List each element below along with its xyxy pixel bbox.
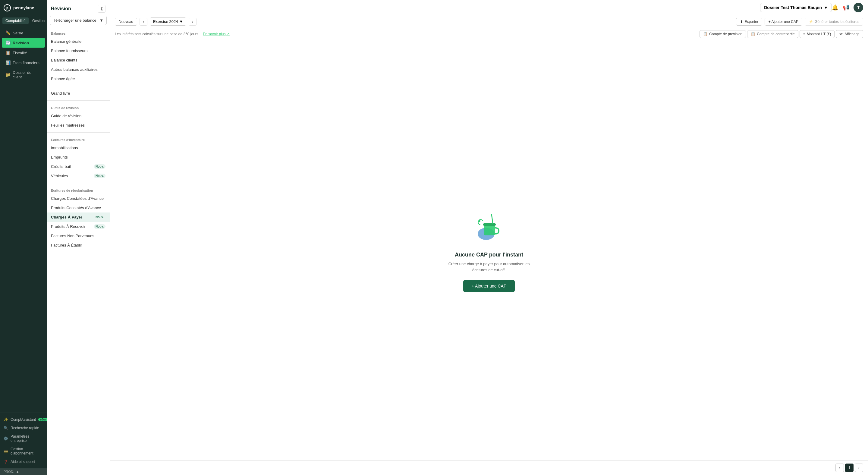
- panel-item-guide-revision[interactable]: Guide de révision: [47, 111, 110, 121]
- sidebar-item-comp-assistant[interactable]: ✨ ComptAssistant Bêta: [0, 415, 47, 424]
- parametres-label: Paramètres entreprise: [10, 434, 43, 443]
- panel-item-vehicules[interactable]: Véhicules Nouv.: [47, 171, 110, 181]
- etats-financiers-icon: 📊: [5, 60, 10, 65]
- sidebar-item-label-dossier: Dossier du client: [13, 70, 41, 79]
- compte-contrepartie-filter[interactable]: 📋 Compte de contrepartie: [747, 30, 798, 38]
- dossier-selector[interactable]: Dossier Test Thomas Baupin ▼: [760, 3, 832, 12]
- charges-constatees-label: Charges Constatées d'Avance: [51, 196, 104, 201]
- section-title-regularisation: Écritures de régularisation: [47, 186, 110, 194]
- comp-assistant-icon: ✨: [4, 417, 8, 422]
- page-1-button[interactable]: 1: [845, 464, 854, 472]
- provision-icon: 📋: [703, 32, 708, 36]
- dropdown-arrow-icon: ▼: [99, 18, 103, 23]
- panel-item-charges-a-payer[interactable]: Charges À Payer Nouv.: [47, 213, 110, 222]
- sidebar-item-recherche[interactable]: 🔍 Recherche rapide: [0, 424, 47, 432]
- generer-ecritures-label: Générer toutes les écritures: [815, 20, 859, 24]
- content-area: Aucune CAP pour l'instant Créer une char…: [110, 40, 868, 460]
- produits-a-recevoir-badge: Nouv.: [94, 224, 105, 229]
- sidebar-tab-gestion[interactable]: Gestion: [29, 18, 48, 24]
- recherche-icon: 🔍: [4, 426, 8, 430]
- sidebar-bottom: ✨ ComptAssistant Bêta 🔍 Recherche rapide…: [0, 413, 47, 468]
- abonnement-icon: 💳: [4, 449, 8, 453]
- sidebar-item-revision[interactable]: 🔄 Révision: [2, 38, 45, 48]
- aide-icon: ❓: [4, 460, 8, 464]
- add-cap-button[interactable]: + Ajouter une CAP: [463, 280, 515, 292]
- panel-item-balance-generale[interactable]: Balance générale: [47, 37, 110, 46]
- emprunts-label: Emprunts: [51, 155, 68, 159]
- page-number: 1: [848, 466, 850, 470]
- exporter-button[interactable]: ⬆ Exporter: [736, 18, 762, 26]
- exporter-label: Exporter: [744, 20, 758, 24]
- divider-1: [47, 86, 110, 86]
- sidebar-item-abonnement[interactable]: 💳 Gestion d'abonnement: [0, 445, 47, 457]
- panel-item-factures-a-etablir[interactable]: Factures À Établir: [47, 241, 110, 250]
- montant-ht-filter[interactable]: ≡ Montant HT (€): [800, 30, 835, 38]
- panel-item-emprunts[interactable]: Emprunts: [47, 153, 110, 162]
- produits-constates-label: Produits Constatés d'Avance: [51, 205, 101, 210]
- notification-icon[interactable]: 🔔: [832, 4, 838, 11]
- next-page-button[interactable]: ›: [855, 464, 863, 472]
- comp-assistant-label: ComptAssistant: [10, 417, 36, 422]
- panel-item-autres-balances[interactable]: Autres balances auxiliaires: [47, 65, 110, 74]
- sidebar-item-label-etats: États financiers: [13, 61, 39, 65]
- empty-description: Créer une charge à payer pour automatise…: [448, 261, 530, 273]
- panel-item-balance-fournisseurs[interactable]: Balance fournisseurs: [47, 46, 110, 56]
- compte-provision-filter[interactable]: 📋 Compte de provision: [700, 30, 746, 38]
- exercise-arrow-icon: ▼: [179, 19, 183, 24]
- panel-header: Révision ⟪: [47, 0, 110, 16]
- prev-exercise-button[interactable]: ‹: [140, 18, 147, 26]
- en-savoir-plus-link[interactable]: En savoir plus ↗: [203, 32, 230, 36]
- sidebar-tab-comptabilite[interactable]: Comptabilité: [2, 18, 29, 24]
- contrepartie-label: Compte de contrepartie: [757, 32, 795, 36]
- panel-item-produits-a-recevoir[interactable]: Produits À Recevoir Nouv.: [47, 222, 110, 231]
- pagination: ‹ 1 ›: [110, 460, 868, 475]
- section-title-balances: Balances: [47, 29, 110, 37]
- sidebar-item-label-revision: Révision: [13, 41, 29, 45]
- sidebar-item-label-fiscalite: Fiscalité: [13, 51, 27, 55]
- prev-page-button[interactable]: ‹: [835, 464, 844, 472]
- nouveau-button[interactable]: Nouveau: [115, 18, 137, 26]
- panel-item-factures-non-parvenues[interactable]: Factures Non Parvenues: [47, 231, 110, 241]
- panel-item-produits-constates[interactable]: Produits Constatés d'Avance: [47, 203, 110, 213]
- header-right: 🔔 📢 T: [832, 3, 863, 12]
- section-title-outils: Outils de révision: [47, 103, 110, 111]
- generer-ecritures-button[interactable]: ⚡ Générer toutes les écritures: [805, 18, 863, 26]
- user-avatar[interactable]: T: [854, 3, 863, 12]
- sidebar-item-etats-financiers[interactable]: 📊 États financiers: [2, 58, 45, 67]
- balance-agee-label: Balance âgée: [51, 76, 75, 81]
- panel-item-immobilisations[interactable]: Immobilisations: [47, 143, 110, 153]
- balance-clients-label: Balance clients: [51, 58, 77, 62]
- panel-item-feuilles-maitresses[interactable]: Feuilles maîtresses: [47, 121, 110, 130]
- sidebar-item-aide[interactable]: ❓ Aide et support: [0, 457, 47, 466]
- panel-item-charges-constatees[interactable]: Charges Constatées d'Avance: [47, 194, 110, 203]
- panel-item-balance-agee[interactable]: Balance âgée: [47, 74, 110, 84]
- sidebar-item-dossier-client[interactable]: 📁 Dossier du client: [2, 68, 45, 82]
- affichage-button[interactable]: 👁 Affichage: [836, 30, 863, 38]
- top-header: Dossier Test Thomas Baupin ▼ 🔔 📢 T: [110, 0, 868, 15]
- panel-title: Révision: [51, 6, 71, 11]
- sidebar-item-fiscalite[interactable]: 📋 Fiscalité: [2, 48, 45, 58]
- divider-3: [47, 132, 110, 133]
- sidebar-item-saisie[interactable]: ✏️ Saisie: [2, 28, 45, 38]
- alert-icon[interactable]: 📢: [843, 4, 849, 11]
- app-logo[interactable]: p pennylane: [0, 0, 47, 16]
- download-balance-button[interactable]: Télécharger une balance ▼: [50, 16, 107, 25]
- ajouter-cap-button[interactable]: + Ajouter une CAP: [765, 18, 802, 26]
- panel-item-grand-livre[interactable]: Grand livre: [47, 89, 110, 98]
- panel-item-balance-clients[interactable]: Balance clients: [47, 56, 110, 65]
- export-icon: ⬆: [740, 20, 743, 24]
- credits-bail-badge: Nouv.: [94, 164, 105, 169]
- immobilisations-label: Immobilisations: [51, 146, 78, 150]
- sidebar-item-parametres[interactable]: ⚙️ Paramètres entreprise: [0, 432, 47, 445]
- panel-item-credits-bail[interactable]: Crédits-bail Nouv.: [47, 162, 110, 171]
- affichage-label: Affichage: [844, 32, 860, 36]
- next-exercise-button[interactable]: ›: [189, 18, 196, 26]
- sidebar-item-label-saisie: Saisie: [13, 31, 23, 35]
- panel-collapse-button[interactable]: ⟪: [98, 5, 105, 13]
- exercise-selector[interactable]: Exercice 2024 ▼: [150, 18, 186, 26]
- produits-a-recevoir-label: Produits À Recevoir: [51, 224, 86, 229]
- montant-icon: ≡: [803, 32, 805, 36]
- charges-a-payer-badge: Nouv.: [94, 215, 105, 219]
- env-bar: PROD. ▲: [0, 468, 47, 475]
- saisie-icon: ✏️: [5, 30, 10, 35]
